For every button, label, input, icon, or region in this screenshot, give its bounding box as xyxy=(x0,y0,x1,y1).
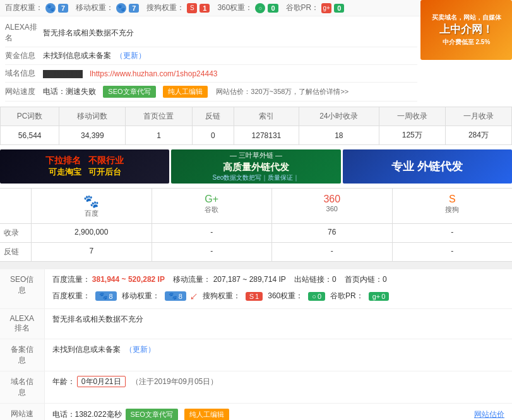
manual-edit-button[interactable]: 纯人工编辑 xyxy=(163,86,208,98)
b-360-o: ○ xyxy=(312,293,316,300)
seo-info-value: 百度流量： 381,944 ~ 520,282 IP 移动流量： 207,187… xyxy=(44,269,512,309)
seo-weights-row: 百度权重： 🐾 8 移动权重： 🐾 8 ↓ xyxy=(52,289,505,303)
google-logo: G+ xyxy=(205,194,218,204)
b-domain-age-value: 0年0月21日 xyxy=(77,376,126,387)
b-beian-label: 备案信息 xyxy=(0,339,44,371)
metrics-val-pos: 1 xyxy=(126,126,192,145)
baidu-logo: 🐾 xyxy=(83,194,99,208)
page-wrapper: 百度权重： 🐾 7 移动权重： 🐾 7 搜狗权重： S 1 360权重： ○ xyxy=(0,0,512,420)
b-beian-value: 未找到信息或未备案 （更新） xyxy=(44,339,512,371)
metrics-val-month: 284万 xyxy=(445,126,511,145)
se-header-row: 🐾 百度 G+ 谷歌 360 360 S 搜狗 xyxy=(0,189,512,224)
b-google-label: 谷歌PR： xyxy=(330,291,364,301)
b-mobile-weight-val: 8 xyxy=(179,293,182,300)
s360-icon: ○ xyxy=(255,3,265,13)
seo-info-table: SEO信息 百度流量： 381,944 ~ 520,282 IP 移动流量： 2… xyxy=(0,269,512,420)
metrics-value-row: 56,544 34,399 1 0 1278131 18 125万 284万 xyxy=(1,126,512,145)
b-google-g: g+ xyxy=(372,293,381,300)
se-google-backlink: - xyxy=(152,243,273,261)
b-360-weight-badge: ○ 0 xyxy=(308,292,325,301)
baidu-flow-value: 381,944 ~ 520,282 IP xyxy=(92,275,165,284)
top-section: 百度权重： 🐾 7 移动权重： 🐾 7 搜狗权重： S 1 360权重： ○ xyxy=(0,0,512,262)
privacy-redacted: REDACTED xyxy=(43,70,83,78)
se-data-row-backlink: 反链 7 - - - xyxy=(0,243,512,262)
metrics-table: PC词数 移动词数 首页位置 反链 索引 24小时收录 一周收录 一月收录 56 xyxy=(0,107,512,145)
se-data-row-index: 收录 2,900,000 - 76 - xyxy=(0,224,512,243)
ad-sub: 中介费低至 2.5% xyxy=(443,38,491,47)
sogou-header: S 搜狗 xyxy=(393,189,513,223)
metrics-val-mobile: 34,399 xyxy=(59,126,126,145)
se-sogou-index: - xyxy=(393,224,513,242)
bottom-section: SEO信息 百度流量： 381,944 ~ 520,282 IP 移动流量： 2… xyxy=(0,269,512,420)
beian-value: 未找到信息或未备案 （更新） xyxy=(43,50,417,61)
se-row-label-backlink: 反链 xyxy=(0,243,32,261)
sogou-weight-value: 1 xyxy=(199,4,210,13)
b-seo-write-button[interactable]: SEO文章代写 xyxy=(126,409,178,420)
speed-value: 电话：测速失败 SEO文章代写 纯人工编辑 网站估价：320万~358万，了解估… xyxy=(43,86,417,98)
beian-update-link[interactable]: （更新） xyxy=(116,51,146,60)
b-mobile-weight-badge: 🐾 8 xyxy=(165,291,186,301)
domain-row: 域名信息 REDACTED lhttps://www.huzhan.com/1s… xyxy=(5,65,417,83)
b-360-weight-val: 0 xyxy=(318,293,321,300)
se-baidu-index: 2,900,000 xyxy=(32,224,152,242)
metrics-header-pos: 首页位置 xyxy=(126,107,192,126)
b-manual-edit-button[interactable]: 纯人工编辑 xyxy=(184,409,229,420)
google-pr-stat: 谷歌PR： g+ 0 xyxy=(286,3,345,13)
ad-main: 上中介网！ xyxy=(439,22,493,37)
sogou-weight-label: 搜狗权重： xyxy=(146,3,184,13)
seo-flow-row: 百度流量： 381,944 ~ 520,282 IP 移动流量： 207,187… xyxy=(52,274,505,285)
sogou-weight-stat: 搜狗权重： S 1 xyxy=(146,3,210,13)
seo-info-label: SEO信息 xyxy=(0,269,44,309)
search-engines-section: 🐾 百度 G+ 谷歌 360 360 S 搜狗 收录 2, xyxy=(0,188,512,262)
b-sogou-weight-label: 搜狗权重： xyxy=(203,291,241,301)
baidu-flow-label: 百度流量： xyxy=(52,275,90,284)
alexa-row: ALEXA排名 暂无排名或相关数据不充分 xyxy=(5,19,417,47)
b-sogou-s: S xyxy=(249,293,254,300)
ad-banner-1[interactable]: 下拉排名 不限行业 可走淘宝 可开后台 xyxy=(0,149,169,184)
website-visit-link[interactable]: 网站估价 xyxy=(474,409,504,420)
seo-write-button[interactable]: SEO文章代写 xyxy=(103,86,155,98)
metrics-section: PC词数 移动词数 首页位置 反链 索引 24小时收录 一周收录 一月收录 56 xyxy=(0,104,512,148)
ad-banner-3[interactable]: 专业 外链代发 xyxy=(343,149,512,184)
b-baidu-weight-val: 8 xyxy=(109,293,113,300)
sogou-icon: S xyxy=(187,3,197,13)
b-domain-value: 年龄： 0年0月21日 （注于2019年09月05日） xyxy=(44,371,512,404)
metrics-header-index: 索引 xyxy=(234,107,299,126)
domain-label: 域名信息 xyxy=(5,68,43,79)
ad-banner-2[interactable]: — 三叶草外链 — 高质量外链代发 Seo数据文数把写｜质量保证｜ xyxy=(171,149,340,184)
metrics-header-row: PC词数 移动词数 首页位置 反链 索引 24小时收录 一周收录 一月收录 xyxy=(1,107,512,126)
b-beian-row: 备案信息 未找到信息或未备案 （更新） xyxy=(0,339,512,371)
seo-info-row: SEO信息 百度流量： 381,944 ~ 520,282 IP 移动流量： 2… xyxy=(0,269,512,309)
se-google-index: - xyxy=(152,224,273,242)
metrics-header-week: 一周收录 xyxy=(379,107,445,126)
ad-banner-top-right[interactable]: 买卖域名，网站，自媒体 上中介网！ 中介费低至 2.5% xyxy=(420,0,512,60)
metrics-val-pc: 56,544 xyxy=(1,126,59,145)
b-beian-update[interactable]: （更新） xyxy=(125,345,155,354)
s360-weight-label: 360权重： xyxy=(217,3,253,13)
s360-logo: 360 xyxy=(323,194,340,204)
speed-row: 网站速度 电话：测速失败 SEO文章代写 纯人工编辑 网站估价：320万~358… xyxy=(5,83,417,102)
beian-label: 黄金信息 xyxy=(5,50,43,61)
b-alexa-row: ALEXA排名 暂无排名或相关数据不充分 xyxy=(0,309,512,339)
b-domain-label: 域名信息 xyxy=(0,371,44,404)
domain-value: REDACTED lhttps://www.huzhan.com/1shop24… xyxy=(43,69,417,78)
metrics-header-24h: 24小时收录 xyxy=(299,107,379,126)
mobile-flow-value: 207,187 ~ 289,714 IP xyxy=(213,275,286,284)
domain-url: lhttps://www.huzhan.com/1shop24443 xyxy=(90,69,217,78)
b-360-weight-label: 360权重： xyxy=(268,291,303,301)
mobile-weight-value: 7 xyxy=(129,4,139,13)
b-sogou-weight-val: 1 xyxy=(255,293,259,300)
se-row-label-index: 收录 xyxy=(0,224,32,242)
arrow-icon-1: ↓ xyxy=(187,289,201,303)
sogou-logo: S xyxy=(449,194,456,204)
b-baidu-weight-label: 百度权重： xyxy=(52,291,90,301)
se-empty-header xyxy=(0,189,32,223)
alexa-value: 暂无排名或相关数据不充分 xyxy=(43,28,417,38)
b-alexa-label: ALEXA排名 xyxy=(0,309,44,339)
s360-weight-stat: 360权重： ○ 0 xyxy=(217,3,278,13)
se-360-backlink: - xyxy=(272,243,393,261)
baidu-header: 🐾 百度 xyxy=(32,189,152,223)
baidu-weight-stat: 百度权重： 🐾 7 xyxy=(5,3,68,13)
b-speed-value: 电话：1382.022毫秒 SEO文章代写 纯人工编辑 网站估价 xyxy=(45,404,513,420)
se-360-index: 76 xyxy=(272,224,393,242)
